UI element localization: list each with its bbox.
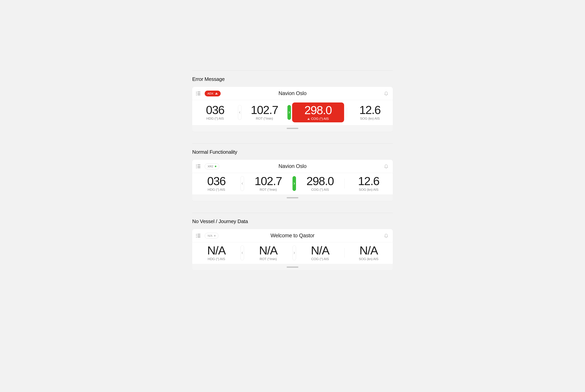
rot-label: ROT (°/min) <box>260 257 277 261</box>
rot-value: 102.7 <box>251 104 278 116</box>
menu-icon[interactable] <box>196 92 200 95</box>
hdg-value: 036 <box>206 104 224 116</box>
vessel-name: Navion Oslo <box>278 163 307 169</box>
vessel-name: Navion Oslo <box>278 90 307 96</box>
cog-value: 298.0 <box>304 104 332 116</box>
section-title-na: No Vessel / Journey Data <box>192 218 393 224</box>
panel-header: ADX Navion Oslo <box>192 87 393 100</box>
menu-icon[interactable] <box>196 165 200 168</box>
nav-prev[interactable] <box>238 105 241 120</box>
nav-prev[interactable] <box>240 246 244 260</box>
metric-hdg: 036 HDG (°) AIS <box>192 104 238 120</box>
badge-label: ADX <box>207 92 213 95</box>
chevron-left-icon <box>239 111 241 114</box>
badge-label: N/A <box>208 234 212 237</box>
section-title-error: Error Message <box>192 76 393 82</box>
bell-icon[interactable] <box>384 92 388 96</box>
drag-handle[interactable] <box>287 197 298 198</box>
drag-handle[interactable] <box>287 266 298 268</box>
panel-footer <box>192 264 393 270</box>
status-dot <box>215 166 216 167</box>
metric-hdg: N/A HDG (°) AIS <box>192 245 240 261</box>
section-na: No Vessel / Journey Data N/A Welcome to … <box>192 213 393 270</box>
hdg-label: HDG (°) AIS <box>206 117 224 120</box>
metric-sog: 12.6 SOG (kn) AIS <box>345 175 393 192</box>
sog-value: 12.6 <box>359 104 381 116</box>
warning-icon <box>215 92 218 95</box>
hdg-value: N/A <box>207 245 225 256</box>
sog-label: SOG (kn) AIS <box>359 188 379 192</box>
chevron-left-icon <box>241 252 243 254</box>
cog-value: 298.0 <box>307 175 334 187</box>
metric-cog: N/A COG (°) AIS <box>296 245 344 261</box>
status-badge-error[interactable]: ADX <box>205 90 221 96</box>
cog-label: COG (°) AIS <box>311 188 329 192</box>
chevron-right-icon <box>293 252 295 254</box>
svg-point-1 <box>216 94 217 94</box>
section-normal: Normal Functionality XR2 Navion Oslo <box>192 144 393 201</box>
rot-label: ROT (°/min) <box>260 188 277 192</box>
vessel-name: Welcome to Qastor <box>270 233 314 239</box>
chevron-left-icon <box>241 182 243 185</box>
sog-label: SOG (kn) AIS <box>360 117 380 120</box>
panel-na: N/A Welcome to Qastor N/A HDG (°) AIS <box>192 229 393 270</box>
hdg-label: HDG (°) AIS <box>208 257 225 261</box>
metric-sog: 12.6 SOG (kn) AIS <box>347 104 393 120</box>
badge-label: XR2 <box>208 165 213 168</box>
nav-prev[interactable] <box>240 176 244 191</box>
rot-value: 102.7 <box>255 175 282 187</box>
metric-cog-error: 298.0 COG (°) AIS <box>292 102 344 122</box>
metric-hdg: 036 HDG (°) AIS <box>192 175 240 192</box>
panel-footer <box>192 194 393 201</box>
svg-rect-2 <box>308 118 309 119</box>
sog-value: 12.6 <box>358 175 379 187</box>
warning-icon <box>307 118 310 120</box>
divider <box>192 70 393 71</box>
chevron-right-icon <box>288 111 290 114</box>
metrics-row: 036 HDG (°) AIS 102.7 ROT (°/min) 298.0 … <box>192 173 393 194</box>
metric-sog: N/A SOG (kn) AIS <box>345 245 393 261</box>
chevron-right-icon <box>293 182 295 185</box>
metric-rot: N/A ROT (°/min) <box>244 245 292 261</box>
menu-icon[interactable] <box>196 234 200 238</box>
section-title-normal: Normal Functionality <box>192 149 393 155</box>
status-badge-normal[interactable]: XR2 <box>205 164 219 169</box>
metrics-row: N/A HDG (°) AIS N/A ROT (°/min) N/A COG … <box>192 242 393 264</box>
svg-rect-0 <box>216 93 217 94</box>
container: Error Message ADX Navion Oslo <box>192 70 393 282</box>
svg-point-3 <box>308 119 309 120</box>
rot-label: ROT (°/min) <box>256 117 273 120</box>
panel-normal: XR2 Navion Oslo 036 HDG (°) AIS <box>192 160 393 201</box>
cog-label: COG (°) AIS <box>311 257 329 261</box>
panel-footer <box>192 125 393 132</box>
section-error: Error Message ADX Navion Oslo <box>192 70 393 132</box>
metric-rot: 102.7 ROT (°/min) <box>241 104 287 120</box>
metric-cog: 298.0 COG (°) AIS <box>296 175 344 192</box>
status-dot <box>214 235 216 236</box>
sog-value: N/A <box>360 245 378 256</box>
panel-header: N/A Welcome to Qastor <box>192 229 393 242</box>
nav-next[interactable] <box>287 105 291 120</box>
panel-header: XR2 Navion Oslo <box>192 160 393 173</box>
nav-next[interactable] <box>292 176 296 191</box>
bell-icon[interactable] <box>384 164 388 168</box>
hdg-label: HDG (°) AIS <box>208 188 225 192</box>
metrics-row: 036 HDG (°) AIS 102.7 ROT (°/min) 298.0 <box>192 100 393 125</box>
cog-value: N/A <box>311 245 329 256</box>
hdg-value: 036 <box>207 175 225 187</box>
cog-label: COG (°) AIS <box>307 117 329 121</box>
bell-icon[interactable] <box>384 234 388 238</box>
rot-value: N/A <box>259 245 277 256</box>
sog-label: SOG (kn) AIS <box>359 257 379 261</box>
divider <box>192 213 393 213</box>
status-badge-na[interactable]: N/A <box>205 233 218 239</box>
panel-error: ADX Navion Oslo 036 HDG (°) AIS <box>192 87 393 132</box>
drag-handle[interactable] <box>287 128 298 129</box>
nav-next[interactable] <box>292 246 296 260</box>
metric-rot: 102.7 ROT (°/min) <box>244 175 292 192</box>
